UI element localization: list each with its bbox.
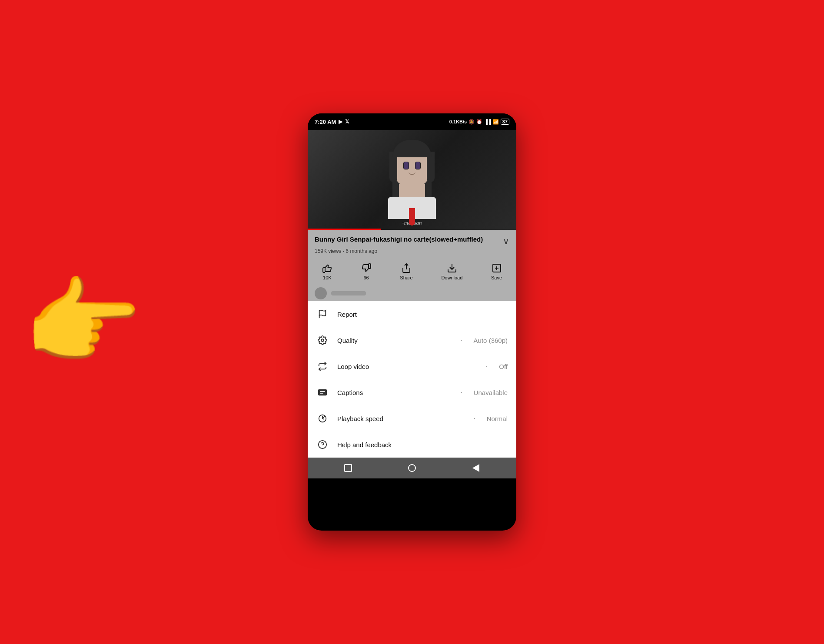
playback-speed-label: Playback speed [337,415,462,422]
dislike-button[interactable]: 66 [361,263,372,280]
share-button[interactable]: Share [400,263,412,280]
captions-icon [316,386,329,398]
video-title: Bunny Girl Senpai-fukashigi no carte(slo… [315,235,498,244]
thumbs-up-icon [322,263,332,273]
thumbs-down-icon [361,263,372,273]
bottom-sheet-menu: Report Quality · Auto (360p) [308,301,516,458]
status-left: 7:20 AM ▶ 𝕏 [315,119,349,125]
action-buttons-row: 10K 66 Share Download [308,259,516,285]
nav-back-button[interactable] [469,461,483,475]
help-icon [316,438,329,451]
signal-icon: ▐▐ [484,119,491,124]
navigation-bar [308,458,516,478]
channel-row [308,285,516,301]
video-thumbnail: -mai san [308,130,516,230]
video-meta: 159K views · 6 months ago [315,248,509,254]
flag-icon [316,308,329,320]
captions-label: Captions [337,389,449,396]
menu-item-quality[interactable]: Quality · Auto (360p) [308,327,516,353]
playback-speed-icon [316,412,329,425]
menu-item-help[interactable]: Help and feedback [308,432,516,458]
svg-point-6 [321,339,324,342]
quality-label: Quality [337,337,449,344]
menu-item-report[interactable]: Report [308,301,516,327]
video-info-panel: Bunny Girl Senpai-fukashigi no carte(slo… [308,230,516,259]
save-button[interactable]: Save [491,263,502,280]
nav-square-icon [344,464,352,472]
captions-value: Unavailable [474,389,508,396]
share-label: Share [400,275,412,280]
chevron-down-icon[interactable]: ∨ [503,236,509,246]
download-icon [447,263,457,273]
gear-icon [316,334,329,346]
youtube-icon: ▶ [339,119,342,125]
dislike-count: 66 [363,275,369,280]
video-progress-bar[interactable] [308,229,381,230]
status-right: 0.1KB/s 🔕 ⏰ ▐▐ 📶 37 [449,119,509,125]
status-bar: 7:20 AM ▶ 𝕏 0.1KB/s 🔕 ⏰ ▐▐ 📶 37 [308,113,516,130]
wifi-icon: 📶 [493,119,499,125]
mute-icon: 🔕 [468,119,475,125]
save-label: Save [491,275,502,280]
battery-display: 37 [501,119,509,125]
playback-speed-value: Normal [487,415,508,422]
alarm-icon: ⏰ [476,119,482,125]
help-label: Help and feedback [337,441,508,448]
loop-value: Off [499,363,508,370]
nav-circle-icon [408,464,416,472]
download-button[interactable]: Download [441,263,462,280]
download-label: Download [441,275,462,280]
nav-back-icon [472,464,479,472]
pointing-hand-emoji: 👈 [26,274,146,370]
time-display: 7:20 AM [315,119,336,125]
menu-item-loop[interactable]: Loop video · Off [308,353,516,379]
nav-home-button[interactable] [341,461,355,475]
svg-rect-7 [319,390,326,395]
like-button[interactable]: 10K [322,263,332,280]
channel-name-placeholder [331,291,366,295]
quality-value: Auto (360p) [474,337,508,344]
network-speed: 0.1KB/s [449,119,467,124]
video-thumbnail-area[interactable]: -mai san [308,130,516,230]
menu-item-playback-speed[interactable]: Playback speed · Normal [308,405,516,432]
menu-item-captions[interactable]: Captions · Unavailable [308,379,516,405]
twitter-icon: 𝕏 [345,119,349,125]
share-icon [401,263,412,273]
save-icon [492,263,502,273]
report-label: Report [337,311,508,318]
nav-recent-button[interactable] [405,461,419,475]
like-count: 10K [323,275,332,280]
loop-icon [316,360,329,372]
phone-container: 7:20 AM ▶ 𝕏 0.1KB/s 🔕 ⏰ ▐▐ 📶 37 [308,113,516,531]
channel-avatar [315,287,327,299]
loop-label: Loop video [337,363,475,370]
